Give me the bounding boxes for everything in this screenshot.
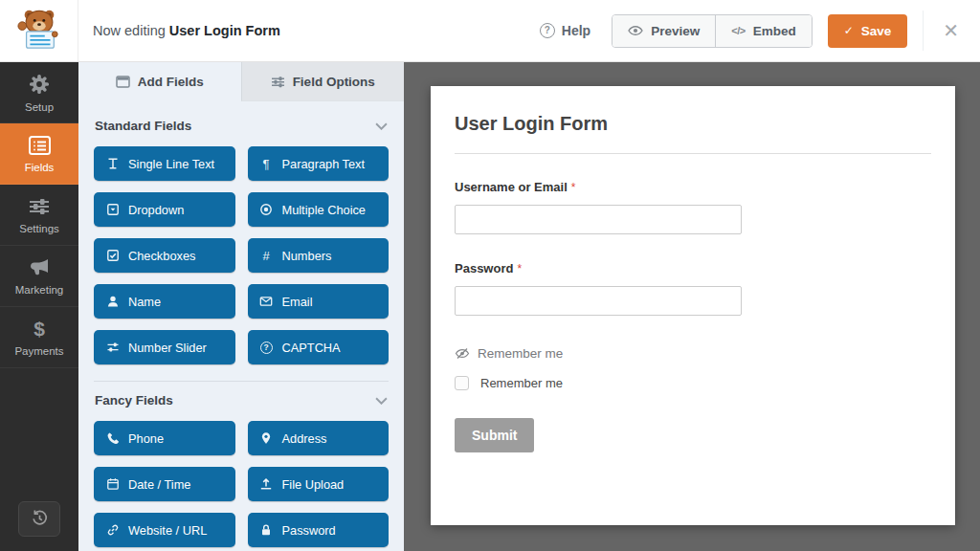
radio-icon (259, 203, 274, 216)
field-button-label: CAPTCHA (282, 341, 341, 355)
map-pin-icon (259, 431, 274, 445)
field-button-label: Address (282, 431, 327, 446)
pilcrow-icon: ¶ (259, 158, 274, 170)
sidebar-item-settings[interactable]: Settings (0, 185, 78, 246)
add-field-single-line-text[interactable]: Single Line Text (94, 146, 235, 181)
add-field-numbers[interactable]: # Numbers (248, 238, 390, 273)
close-icon[interactable]: ✕ (943, 21, 959, 40)
standard-fields-grid: Single Line Text ¶ Paragraph Text Dropdo… (94, 146, 389, 364)
sidebar-item-marketing[interactable]: Marketing (0, 246, 78, 307)
question-circle-icon: ? (540, 23, 555, 38)
envelope-icon (259, 295, 274, 308)
add-field-password[interactable]: Password (248, 513, 390, 547)
field-button-label: Number Slider (128, 341, 207, 355)
phone-icon (105, 431, 120, 445)
chevron-down-icon[interactable] (375, 397, 388, 405)
submit-button[interactable]: Submit (455, 418, 534, 452)
sidebar-item-payments[interactable]: $ Payments (0, 307, 78, 368)
gear-icon (28, 73, 51, 96)
field-button-label: Password (282, 523, 336, 538)
remember-me-checkbox-label: Remember me (480, 376, 563, 390)
builder-sidebar: Setup Fields Set (0, 62, 78, 551)
lock-icon (259, 523, 274, 537)
standard-fields-header[interactable]: Standard Fields (95, 119, 388, 133)
top-bar: Now editing User Login Form ? Help Previ… (0, 0, 980, 62)
sliders-icon (28, 196, 51, 217)
form-fields-icon (28, 135, 52, 156)
sidebar-item-label: Marketing (15, 284, 64, 296)
upload-icon (259, 477, 274, 491)
sidebar-item-label: Setup (25, 101, 54, 113)
topbar-actions: ? Help Preview </> Embed ✓ Save (540, 0, 980, 61)
check-icon: ✓ (844, 24, 854, 37)
tab-label: Field Options (293, 75, 375, 89)
now-editing-text: Now editing User Login Form (93, 23, 280, 38)
remember-me-checkbox-row: Remember me (455, 376, 931, 390)
username-field-group[interactable]: Username or Email* (455, 178, 931, 234)
add-field-paragraph-text[interactable]: ¶ Paragraph Text (248, 146, 390, 181)
add-field-name[interactable]: Name (94, 284, 235, 319)
wpforms-logo (0, 0, 78, 61)
form-name: User Login Form (169, 23, 280, 38)
section-divider (94, 381, 389, 382)
close-area: ✕ (923, 11, 980, 51)
user-icon (105, 295, 120, 308)
sidebar-item-label: Fields (25, 162, 55, 173)
add-field-multiple-choice[interactable]: Multiple Choice (248, 192, 390, 227)
save-button[interactable]: ✓ Save (828, 14, 908, 48)
field-button-label: Date / Time (128, 477, 190, 492)
sidebar-item-setup[interactable]: Setup (0, 62, 78, 123)
form-preview-card: User Login Form Username or Email* Passw… (431, 86, 955, 525)
question-circle-icon: ? (259, 342, 274, 354)
hidden-label-text: Remember me (478, 346, 563, 361)
sidebar-item-label: Settings (19, 223, 59, 234)
password-field-group[interactable]: Password* (455, 259, 931, 316)
form-preview-canvas: User Login Form Username or Email* Passw… (404, 62, 980, 551)
field-button-label: Website / URL (128, 523, 207, 538)
sliders-icon (271, 76, 285, 88)
tab-add-fields[interactable]: Add Fields (78, 62, 241, 101)
text-icon (105, 157, 120, 170)
add-field-captcha[interactable]: ? CAPTCHA (248, 330, 390, 364)
username-input[interactable] (455, 205, 742, 234)
embed-label: Embed (753, 24, 796, 38)
field-button-label: Checkboxes (128, 249, 195, 263)
fancy-fields-header[interactable]: Fancy Fields (95, 393, 388, 408)
chevron-down-icon[interactable] (375, 122, 388, 130)
add-field-email[interactable]: Email (248, 284, 390, 319)
add-field-date-time[interactable]: Date / Time (94, 467, 235, 501)
slider-icon (105, 341, 120, 354)
remember-me-field-group[interactable]: Remember me Remember me (455, 346, 931, 390)
preview-embed-group: Preview </> Embed (612, 14, 812, 48)
add-field-address[interactable]: Address (248, 421, 390, 455)
field-button-label: Numbers (282, 249, 332, 263)
calendar-icon (105, 477, 120, 491)
wpforms-bear-logo-icon (17, 7, 61, 55)
title-divider (455, 153, 931, 154)
add-field-file-upload[interactable]: File Upload (248, 467, 390, 501)
eye-icon (628, 24, 643, 37)
preview-button[interactable]: Preview (612, 15, 715, 47)
field-button-label: Multiple Choice (282, 203, 367, 217)
add-field-dropdown[interactable]: Dropdown (94, 192, 235, 227)
add-field-number-slider[interactable]: Number Slider (94, 330, 235, 364)
hash-icon: # (259, 250, 274, 262)
add-field-phone[interactable]: Phone (94, 421, 235, 455)
sidebar-item-fields[interactable]: Fields (0, 123, 78, 185)
tab-label: Add Fields (138, 75, 204, 89)
help-button[interactable]: ? Help (540, 23, 590, 38)
embed-button[interactable]: </> Embed (715, 15, 811, 47)
section-title: Standard Fields (95, 119, 191, 133)
tab-field-options[interactable]: Field Options (241, 62, 405, 101)
section-title: Fancy Fields (95, 393, 173, 408)
required-marker: * (517, 262, 522, 276)
panel-tabs: Add Fields Field Options (78, 62, 404, 101)
field-button-label: Single Line Text (128, 157, 214, 171)
help-label: Help (562, 23, 590, 38)
add-field-website-url[interactable]: Website / URL (94, 513, 235, 547)
remember-me-checkbox[interactable] (455, 376, 469, 390)
fancy-fields-grid: Phone Address Date / Time (94, 421, 389, 547)
password-input[interactable] (455, 286, 742, 316)
add-field-checkboxes[interactable]: Checkboxes (94, 238, 235, 273)
revisions-history-button[interactable] (18, 501, 60, 537)
